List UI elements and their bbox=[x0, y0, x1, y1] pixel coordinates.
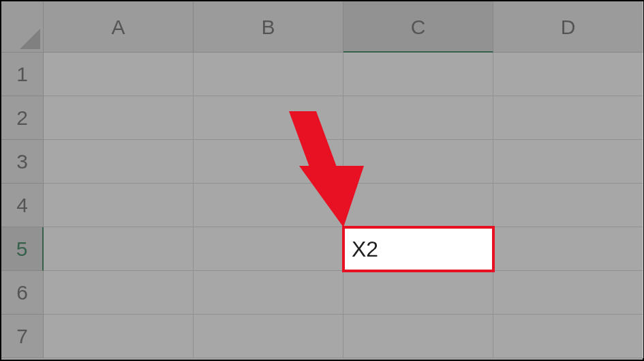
cell-a5[interactable] bbox=[44, 227, 194, 271]
cell-a3[interactable] bbox=[44, 140, 194, 184]
row-header-4[interactable]: 4 bbox=[1, 184, 44, 227]
row-header-3[interactable]: 3 bbox=[1, 140, 44, 184]
column-header-a[interactable]: A bbox=[44, 1, 194, 53]
cell-b7[interactable] bbox=[194, 315, 343, 358]
column-header-c[interactable]: C bbox=[343, 1, 493, 53]
cell-d6[interactable] bbox=[493, 271, 643, 315]
column-header-b[interactable]: B bbox=[194, 1, 343, 53]
row-header-1[interactable]: 1 bbox=[1, 53, 44, 96]
select-all-triangle-icon bbox=[20, 29, 40, 49]
row-header-7[interactable]: 7 bbox=[1, 315, 44, 358]
cell-c3[interactable] bbox=[343, 140, 493, 184]
select-all-button[interactable] bbox=[1, 1, 44, 53]
cell-b4[interactable] bbox=[194, 184, 343, 227]
cell-c7[interactable] bbox=[343, 315, 493, 358]
row-header-2[interactable]: 2 bbox=[1, 96, 44, 140]
cell-b3[interactable] bbox=[194, 140, 343, 184]
cell-d2[interactable] bbox=[493, 96, 643, 140]
cell-a1[interactable] bbox=[44, 53, 194, 96]
cell-d3[interactable] bbox=[493, 140, 643, 184]
svg-marker-0 bbox=[20, 29, 40, 49]
active-cell[interactable]: X2 bbox=[342, 226, 495, 272]
cell-b1[interactable] bbox=[194, 53, 343, 96]
column-header-d[interactable]: D bbox=[493, 1, 643, 53]
cell-b5[interactable] bbox=[194, 227, 343, 271]
cell-c2[interactable] bbox=[343, 96, 493, 140]
cell-a6[interactable] bbox=[44, 271, 194, 315]
cell-a2[interactable] bbox=[44, 96, 194, 140]
row-header-6[interactable]: 6 bbox=[1, 271, 44, 315]
cell-d4[interactable] bbox=[493, 184, 643, 227]
cell-d7[interactable] bbox=[493, 315, 643, 358]
cell-c6[interactable] bbox=[343, 271, 493, 315]
cell-c1[interactable] bbox=[343, 53, 493, 96]
row-header-5[interactable]: 5 bbox=[1, 227, 44, 271]
cell-d5[interactable] bbox=[493, 227, 643, 271]
cell-b2[interactable] bbox=[194, 96, 343, 140]
cell-d1[interactable] bbox=[493, 53, 643, 96]
cell-a7[interactable] bbox=[44, 315, 194, 358]
cell-c4[interactable] bbox=[343, 184, 493, 227]
cell-a4[interactable] bbox=[44, 184, 194, 227]
cell-b6[interactable] bbox=[194, 271, 343, 315]
active-cell-value: X2 bbox=[352, 237, 378, 262]
spreadsheet-viewport: ABCD 1234567 X2 bbox=[0, 0, 644, 361]
